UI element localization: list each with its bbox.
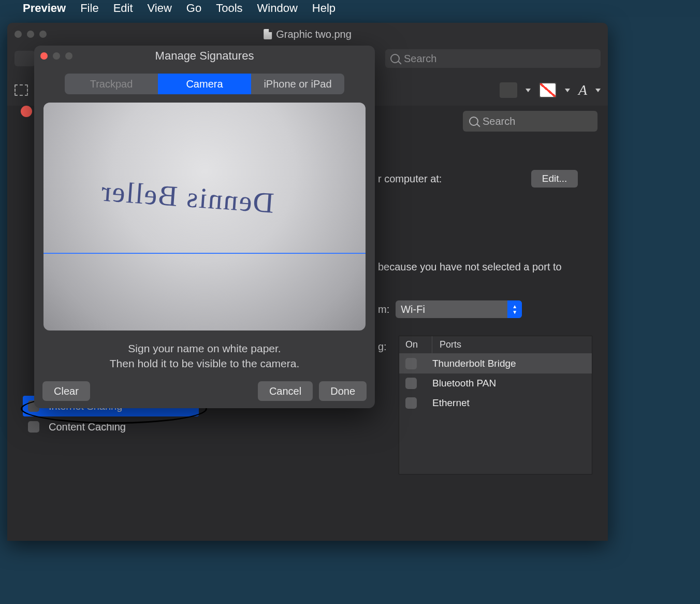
search-icon [390, 54, 400, 63]
sharing-computer-label: r computer at: [378, 173, 442, 185]
edit-computer-name-button[interactable]: Edit... [531, 170, 578, 188]
preview-titlebar: Graphic two.png [7, 23, 608, 46]
selection-tool-icon[interactable] [14, 84, 28, 96]
menu-go[interactable]: Go [186, 2, 201, 15]
fill-color-menu-icon[interactable] [565, 89, 570, 92]
dialog-close-button[interactable] [40, 52, 48, 60]
instruction-line-2: Then hold it to be visible to the camera… [34, 356, 375, 371]
close-window-button[interactable] [14, 31, 22, 38]
signature-baseline [43, 253, 366, 254]
dialog-minimize-button[interactable] [53, 52, 60, 60]
service-checkbox[interactable] [28, 421, 39, 433]
camera-instructions: Sign your name on white paper. Then hold… [34, 341, 375, 371]
text-style-button[interactable]: A [578, 82, 587, 98]
dialog-title: Manage Signatures [155, 49, 254, 63]
border-color-menu-icon[interactable] [526, 89, 531, 92]
sidebar-toggle-button[interactable] [14, 51, 35, 66]
zoom-window-button[interactable] [39, 31, 47, 38]
border-color-swatch[interactable] [500, 82, 517, 98]
share-connection-label: m: [378, 304, 389, 315]
ports-table: On Ports Thunderbolt Bridge Bluetooth PA… [399, 336, 592, 474]
port-label: Thunderbolt Bridge [432, 358, 516, 369]
app-name[interactable]: Preview [23, 2, 66, 15]
preview-traffic-lights [14, 31, 47, 38]
window-title: Graphic two.png [276, 28, 352, 40]
menubar: Preview File Edit View Go Tools Window H… [0, 0, 700, 17]
minimize-window-button[interactable] [27, 31, 34, 38]
menu-view[interactable]: View [148, 2, 172, 15]
port-checkbox[interactable] [405, 358, 417, 369]
fill-color-swatch[interactable] [539, 82, 557, 98]
sharing-port-warning: because you have not selected a port to [378, 261, 587, 273]
dialog-zoom-button[interactable] [65, 52, 72, 60]
dialog-titlebar: Manage Signatures [34, 46, 375, 66]
menu-tools[interactable]: Tools [216, 2, 242, 15]
window-title-wrap: Graphic two.png [264, 28, 352, 40]
ports-using-label: g: [378, 341, 387, 353]
done-button-label: Done [330, 385, 355, 397]
tab-trackpad-label: Trackpad [90, 78, 133, 90]
tab-iphone-label: iPhone or iPad [264, 78, 331, 90]
service-label: Content Caching [49, 421, 126, 433]
share-connection-value: Wi-Fi [401, 304, 425, 315]
captured-signature: Dennis Beller [99, 174, 275, 219]
ports-row[interactable]: Ethernet [399, 393, 592, 413]
button-spacer [96, 381, 252, 401]
port-label: Bluetooth PAN [432, 378, 496, 389]
cancel-button[interactable]: Cancel [258, 381, 313, 401]
dialog-button-row: Clear Cancel Done [34, 381, 375, 401]
sharing-search-placeholder: Search [483, 116, 515, 127]
search-icon [469, 117, 478, 126]
port-checkbox[interactable] [405, 378, 417, 389]
port-label: Ethernet [432, 397, 470, 409]
tab-camera-label: Camera [186, 78, 223, 90]
share-connection-row: m: Wi-Fi ▲▼ [378, 300, 522, 318]
dialog-traffic-lights [40, 52, 72, 60]
tab-camera[interactable]: Camera [158, 74, 251, 94]
ports-row[interactable]: Bluetooth PAN [399, 373, 592, 393]
clear-button[interactable]: Clear [42, 381, 90, 401]
text-style-menu-icon[interactable] [595, 89, 601, 92]
clear-button-label: Clear [54, 385, 79, 397]
toolbar-search-field[interactable]: Search [385, 49, 601, 68]
ports-header-ports: Ports [432, 336, 592, 353]
sharing-services-list: Internet Sharing Content Caching [23, 396, 199, 499]
share-connection-select[interactable]: Wi-Fi ▲▼ [396, 300, 522, 318]
document-icon [264, 29, 272, 39]
tab-iphone-ipad[interactable]: iPhone or iPad [251, 74, 344, 94]
toolbar-search-placeholder: Search [404, 53, 436, 65]
select-stepper-icon: ▲▼ [507, 300, 522, 318]
menu-help[interactable]: Help [312, 2, 336, 15]
tab-trackpad[interactable]: Trackpad [65, 74, 158, 94]
sharing-item-content-caching[interactable]: Content Caching [23, 416, 199, 437]
camera-preview: Dennis Beller [43, 103, 366, 330]
instruction-line-1: Sign your name on white paper. [34, 341, 375, 356]
cancel-button-label: Cancel [269, 385, 301, 397]
menu-edit[interactable]: Edit [113, 2, 133, 15]
menu-window[interactable]: Window [257, 2, 298, 15]
ports-row[interactable]: Thunderbolt Bridge [399, 354, 592, 373]
done-button[interactable]: Done [319, 381, 367, 401]
menu-file[interactable]: File [80, 2, 98, 15]
recording-indicator-icon [21, 106, 32, 117]
ports-table-header: On Ports [399, 336, 592, 354]
signature-source-tabs: Trackpad Camera iPhone or iPad [65, 74, 344, 94]
ports-header-on: On [399, 336, 432, 353]
sharing-search-field[interactable]: Search [463, 111, 597, 132]
edit-button-label: Edit... [542, 173, 567, 184]
markup-tool-strip: A [500, 82, 601, 98]
port-checkbox[interactable] [405, 397, 417, 409]
manage-signatures-dialog: Manage Signatures Trackpad Camera iPhone… [34, 46, 375, 408]
